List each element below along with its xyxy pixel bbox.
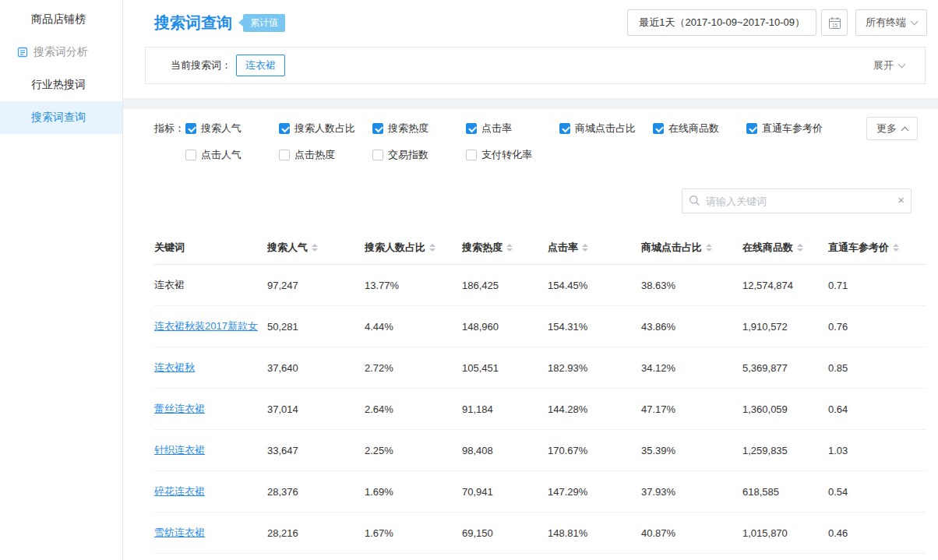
value-cell: 1.03 <box>828 445 926 456</box>
metric-checkbox-item[interactable]: 点击热度 <box>279 148 372 162</box>
sort-desc-icon[interactable] <box>506 248 513 252</box>
sort-icon[interactable] <box>582 244 588 252</box>
keyword-cell: 连衣裙 <box>154 278 267 292</box>
checkbox-checked-icon[interactable] <box>653 123 664 134</box>
value-cell: 28,216 <box>267 527 365 539</box>
column-label: 直通车参考价 <box>828 241 889 255</box>
terminal-select[interactable]: 所有终端 <box>855 9 927 36</box>
sort-asc-icon[interactable] <box>429 244 436 247</box>
chevron-down-icon <box>911 18 919 26</box>
sort-desc-icon[interactable] <box>429 248 436 252</box>
keyword-link[interactable]: 针织连衣裙 <box>154 444 205 456</box>
sort-desc-icon[interactable] <box>706 248 712 252</box>
checkbox-checked-icon[interactable] <box>559 123 570 134</box>
keyword-link[interactable]: 碎花连衣裙 <box>154 485 205 497</box>
sort-icon[interactable] <box>429 244 436 252</box>
checkbox-checked-icon[interactable] <box>372 123 383 134</box>
sort-asc-icon[interactable] <box>893 244 899 247</box>
keyword-search-input[interactable] <box>682 188 912 213</box>
sort-desc-icon[interactable] <box>797 248 803 252</box>
metric-checkbox-item[interactable]: 点击人气 <box>185 148 279 162</box>
clear-input-icon[interactable]: × <box>897 193 905 206</box>
page-header: 搜索词查询 累计值 最近1天（2017-10-09~2017-10-09） 15 <box>123 0 938 45</box>
checkbox-unchecked-icon[interactable] <box>279 150 290 160</box>
value-cell: 0.64 <box>828 403 926 415</box>
sort-desc-icon[interactable] <box>582 248 588 252</box>
sidebar-item-goods-shop-rank[interactable]: 商品店铺榜 <box>0 3 122 36</box>
value-cell: 2.25% <box>365 445 462 456</box>
sort-icon[interactable] <box>797 244 803 252</box>
sort-asc-icon[interactable] <box>582 244 588 247</box>
metric-checkbox-item[interactable]: 直通车参考价 <box>746 122 840 136</box>
value-cell: 144.28% <box>548 403 641 415</box>
keyword-link[interactable]: 连衣裙秋 <box>154 361 195 373</box>
value-cell: 33,647 <box>267 445 365 456</box>
sidebar: 商品店铺榜搜索词分析行业热搜词搜索词查询 <box>0 0 123 560</box>
current-word-chip[interactable]: 连衣裙 <box>236 55 285 76</box>
sidebar-item-industry-hot-words[interactable]: 行业热搜词 <box>0 69 122 101</box>
table-row: 连衣裙秋装2017新款女50,2814.44%148,960154.31%43.… <box>154 306 926 347</box>
metric-checkbox-item[interactable]: 商城点击占比 <box>559 122 653 136</box>
sidebar-menu: 商品店铺榜搜索词分析行业热搜词搜索词查询 <box>0 3 122 134</box>
sidebar-item-search-word-analysis[interactable]: 搜索词分析 <box>0 36 122 69</box>
checkbox-checked-icon[interactable] <box>746 123 757 134</box>
checkbox-checked-icon[interactable] <box>185 123 196 134</box>
value-cell: 12,574,874 <box>742 280 828 291</box>
sort-icon[interactable] <box>893 244 899 252</box>
column-header: 关键词 <box>154 241 267 255</box>
metric-checkbox-item[interactable]: 搜索人数占比 <box>279 122 372 136</box>
more-label: 更多 <box>876 122 897 136</box>
keyword-cell: 连衣裙秋 <box>154 361 267 375</box>
table-row: 雪纺连衣裙28,2161.67%69,150148.81%40.87%1,015… <box>154 512 926 554</box>
checkbox-checked-icon[interactable] <box>279 123 290 134</box>
value-cell: 35.39% <box>641 445 742 456</box>
metric-checkbox-item[interactable]: 点击率 <box>466 122 559 136</box>
checkbox-unchecked-icon[interactable] <box>185 150 196 160</box>
sort-desc-icon[interactable] <box>893 248 899 252</box>
keyword-cell: 连衣裙秋装2017新款女 <box>154 319 267 333</box>
date-range-picker[interactable]: 最近1天（2017-10-09~2017-10-09） <box>627 9 816 36</box>
sort-asc-icon[interactable] <box>797 244 803 247</box>
chevron-up-icon <box>901 126 909 134</box>
search-word-table: 关键词搜索人气搜索人数占比搜索热度点击率商城点击占比在线商品数直通车参考价 连衣… <box>154 231 926 554</box>
sort-icon[interactable] <box>312 244 318 252</box>
metrics-rows: 搜索人气搜索人数占比搜索热度点击率商城点击占比在线商品数直通车参考价 点击人气点… <box>185 118 840 165</box>
value-cell: 2.72% <box>365 362 462 374</box>
keyword-link[interactable]: 雪纺连衣裙 <box>154 527 205 538</box>
sort-asc-icon[interactable] <box>706 244 712 247</box>
metric-checkbox-item[interactable]: 交易指数 <box>372 148 466 162</box>
expand-toggle[interactable]: 展开 <box>873 58 905 72</box>
column-header: 在线商品数 <box>742 241 828 255</box>
metric-label: 支付转化率 <box>481 148 532 162</box>
value-cell: 0.46 <box>828 527 926 539</box>
keyword-link[interactable]: 连衣裙秋装2017新款女 <box>154 320 258 332</box>
table-row: 连衣裙97,24713.77%186,425154.45%38.63%12,57… <box>154 265 926 306</box>
more-metrics-button[interactable]: 更多 <box>866 117 918 140</box>
sort-asc-icon[interactable] <box>506 244 513 247</box>
checkbox-unchecked-icon[interactable] <box>372 150 383 160</box>
sort-icon[interactable] <box>506 244 513 252</box>
page-title: 搜索词查询 <box>154 12 232 33</box>
sort-asc-icon[interactable] <box>312 244 318 247</box>
metric-label: 搜索人气 <box>201 122 242 136</box>
value-cell: 170.67% <box>548 445 641 456</box>
table-row: 蕾丝连衣裙37,0142.64%91,184144.28%47.17%1,360… <box>154 389 926 430</box>
sort-desc-icon[interactable] <box>312 248 318 252</box>
metric-checkbox-item[interactable]: 搜索热度 <box>372 122 466 136</box>
value-cell: 105,451 <box>462 362 548 374</box>
sidebar-item-label: 行业热搜词 <box>31 78 86 92</box>
value-cell: 98,408 <box>462 445 548 456</box>
sidebar-item-search-word-query[interactable]: 搜索词查询 <box>0 101 122 134</box>
checkbox-unchecked-icon[interactable] <box>466 150 477 160</box>
calendar-icon: 15 <box>828 16 841 30</box>
metric-label: 交易指数 <box>388 148 428 162</box>
checkbox-checked-icon[interactable] <box>466 123 477 134</box>
metric-checkbox-item[interactable]: 在线商品数 <box>653 122 746 136</box>
column-label: 商城点击占比 <box>641 241 702 255</box>
metric-checkbox-item[interactable]: 搜索人气 <box>185 122 279 136</box>
sort-icon[interactable] <box>706 244 712 252</box>
calendar-button[interactable]: 15 <box>821 9 848 36</box>
value-cell: 1.67% <box>365 527 462 539</box>
keyword-link[interactable]: 蕾丝连衣裙 <box>154 403 205 414</box>
metric-checkbox-item[interactable]: 支付转化率 <box>466 148 559 162</box>
